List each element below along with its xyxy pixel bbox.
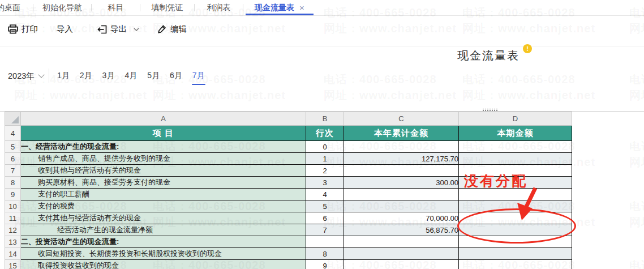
cell-line-no[interactable]: 0 [306,141,344,153]
cell-line-no[interactable]: 2 [306,165,344,177]
content-divider [0,46,644,46]
month-list: 1月2月3月4月5月6月7月 [57,69,205,84]
cell-ytd-amount[interactable] [344,189,459,200]
cell-item[interactable]: 支付的职工薪酬 [21,189,306,200]
watermark-phone: 电话：400-665-0028 [629,257,644,269]
export-button[interactable]: 导出 [97,24,139,35]
cell-item[interactable]: 支付其他与经营活动有关的现金 [21,212,306,224]
row-number[interactable]: 15 [5,260,21,269]
print-label: 打印 [22,24,38,35]
tab-label: 填制凭证 [152,3,183,13]
month-tab-1[interactable]: 1月 [57,69,70,85]
month-tab-4[interactable]: 4月 [124,69,138,85]
tab-5[interactable]: 利润表 [195,0,243,15]
watermark-text: 电话：400-665-0028网址：www.chanjet.net [324,71,457,103]
cell-line-no[interactable]: 8 [306,248,344,260]
row-number[interactable]: 14 [5,248,21,260]
tab-4[interactable]: 填制凭证 [140,0,194,15]
row-number[interactable]: 12 [5,224,21,236]
report-title: 现金流量表 ! [457,48,520,63]
print-button[interactable]: 打印 [8,24,38,35]
watermark-url: 网址：www.chanjet.net [324,87,457,103]
cell-current-amount[interactable] [459,153,572,165]
month-tab-5[interactable]: 5月 [147,69,160,85]
table-row: 14收回短期投资、长期债券投资和长期股权投资收到的现金8 [5,248,572,260]
row-number[interactable]: 8 [5,177,21,189]
column-letter-row: ABCD [5,112,572,126]
cell-item[interactable]: 二、投资活动产生的现金流量: [21,236,306,248]
cell-line-no[interactable]: 3 [306,177,344,189]
watermark-url: 网址：www.chanjet.net [629,154,644,170]
watermark-text: 电话：400-665-0028网址：www.chanjet.net [462,71,595,103]
cell-ytd-amount[interactable]: 300.00 [344,177,459,189]
cell-line-no[interactable]: 1 [306,153,344,165]
row-number[interactable]: 13 [5,236,21,248]
watermark-phone: 电话：400-665-0028 [324,71,457,87]
cell-current-amount[interactable] [459,141,572,153]
row-number[interactable]: 4 [5,126,21,141]
tab-6[interactable]: 现金流量表× [243,0,316,15]
edit-label: 编辑 [170,24,187,35]
cell-line-no[interactable]: 6 [306,212,344,224]
cell-ytd-amount[interactable] [344,200,459,212]
month-tab-7[interactable]: 7月 [192,69,205,85]
cell-item[interactable]: 销售产成品、商品、提供劳务收到的现金 [21,153,306,165]
row-number[interactable]: 6 [5,153,21,165]
cell-item[interactable]: 收回短期投资、长期债券投资和长期股权投资收到的现金 [21,248,306,260]
cell-item[interactable]: 支付的税费 [21,200,306,212]
import-button[interactable]: 导入 [57,24,73,35]
row-number[interactable]: 5 [5,141,21,153]
cell-ytd-amount[interactable] [344,248,459,260]
watermark-text: 电话：400-665-0028网址：www.chanjet.net [629,138,644,170]
col-letter-D[interactable]: D [459,112,572,126]
cell-current-amount[interactable] [459,260,572,269]
select-all-cell[interactable] [5,112,21,126]
cell-line-no[interactable]: 4 [306,189,344,200]
watermark-url: 网址：www.chanjet.net [14,87,147,103]
table-row: 6销售产成品、商品、提供劳务收到的现金1127,175.70 [5,153,572,165]
cell-ytd-amount[interactable] [344,260,459,269]
col-letter-C[interactable]: C [344,112,459,126]
tab-2[interactable]: 初始化导航 [33,0,91,15]
cell-item[interactable]: 经营活动产生的现金流量净额 [21,224,306,236]
edit-button[interactable]: 编辑 [157,24,187,35]
watermark-phone: 电话：400-665-0028 [462,71,595,87]
toolbar: 打印 导入 导出 [0,16,644,45]
cell-item[interactable]: 购买原材料、商品、接受劳务支付的现金 [21,177,306,189]
cell-ytd-amount[interactable] [344,236,459,248]
row-number[interactable]: 9 [5,189,21,200]
period-divider [49,69,49,83]
cell-ytd-amount[interactable]: 70,000.00 [344,212,459,224]
month-tab-2[interactable]: 2月 [79,69,93,85]
tab-close-icon[interactable]: × [299,3,304,12]
watermark-text: 电话：400-665-0028网址：www.chanjet.net [629,257,644,269]
col-letter-A[interactable]: A [21,112,306,126]
cell-current-amount[interactable] [459,248,572,260]
row-number[interactable]: 10 [5,200,21,212]
tab-1[interactable]: 我的桌面 [0,0,33,15]
cell-line-no[interactable]: 7 [306,224,344,236]
cell-line-no[interactable]: 9 [306,260,344,269]
cell-item[interactable]: 收到其他与经营活动有关的现金 [21,165,306,177]
cell-ytd-amount[interactable] [344,165,459,177]
cell-ytd-amount[interactable] [344,141,459,153]
cell-ytd-amount[interactable]: 56,875.70 [344,224,459,236]
cell-item[interactable]: 一、经营活动产生的现金流量: [21,141,306,153]
row-number[interactable]: 7 [5,165,21,177]
month-tab-6[interactable]: 6月 [169,69,183,85]
pencil-icon [157,24,167,34]
cell-ytd-amount[interactable]: 127,175.70 [344,153,459,165]
year-select[interactable]: 2023年 [8,69,44,83]
cell-line-no[interactable]: 5 [306,200,344,212]
tab-label: 现金流量表 [255,3,294,13]
header-ytd-amount: 本年累计金额 [344,126,459,141]
warning-icon[interactable]: ! [523,44,532,53]
cell-item[interactable]: 取得投资收益收到的现金 [21,260,306,269]
tab-3[interactable]: 科目 [92,0,140,15]
row-number[interactable]: 11 [5,212,21,224]
import-label: 导入 [57,24,73,35]
month-tab-3[interactable]: 3月 [102,69,115,85]
watermark-url: 网址：www.chanjet.net [153,87,286,103]
col-letter-B[interactable]: B [306,112,344,126]
cell-line-no[interactable] [306,236,344,248]
